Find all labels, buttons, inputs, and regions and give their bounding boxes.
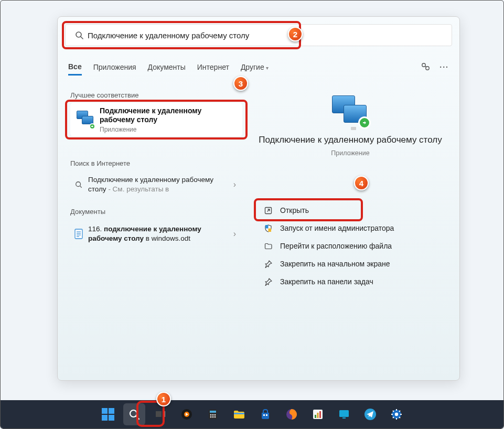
svg-rect-13 bbox=[265, 225, 269, 229]
svg-point-3 bbox=[426, 66, 429, 69]
preview-title: Подключение к удаленному рабочему столу bbox=[252, 134, 449, 146]
step-badge-3: 3 bbox=[233, 76, 248, 91]
best-match-result[interactable]: Подключение к удаленному рабочему столу … bbox=[70, 103, 242, 136]
svg-rect-36 bbox=[319, 411, 321, 418]
taskbar-telegram[interactable] bbox=[359, 403, 381, 425]
svg-point-28 bbox=[214, 416, 216, 418]
svg-rect-31 bbox=[266, 414, 267, 416]
svg-point-27 bbox=[212, 416, 213, 418]
search-input[interactable] bbox=[88, 31, 442, 40]
result-subtitle: Приложение bbox=[100, 126, 236, 133]
recent-searches-icon[interactable] bbox=[421, 62, 430, 73]
filter-tabs: Все Приложения Документы Интернет Другие… bbox=[68, 57, 449, 78]
taskbar-store[interactable] bbox=[254, 403, 276, 425]
monitor-icon bbox=[338, 409, 350, 420]
tab-web[interactable]: Интернет bbox=[197, 60, 229, 74]
taskbar-media-player[interactable] bbox=[176, 403, 198, 425]
taskbar bbox=[1, 400, 503, 428]
svg-point-26 bbox=[210, 416, 211, 418]
web-result[interactable]: Подключение к удаленному рабочему столу … bbox=[70, 172, 238, 197]
windows-logo-icon bbox=[102, 408, 114, 421]
action-open-location[interactable]: Перейти к расположению файла bbox=[259, 237, 437, 255]
preview-subtitle: Приложение bbox=[252, 149, 449, 157]
open-icon bbox=[263, 207, 273, 214]
action-pin-start[interactable]: Закрепить на начальном экране bbox=[259, 255, 437, 273]
svg-point-2 bbox=[422, 63, 425, 66]
taskbar-search-button[interactable] bbox=[123, 403, 145, 425]
tab-apps[interactable]: Приложения bbox=[93, 60, 136, 74]
pin-icon bbox=[263, 260, 273, 268]
svg-rect-37 bbox=[339, 410, 349, 417]
firefox-icon bbox=[285, 408, 298, 421]
chevron-down-icon: ▾ bbox=[266, 65, 269, 71]
label-best-match: Лучшее соответствие bbox=[70, 91, 138, 99]
document-icon bbox=[72, 229, 85, 239]
result-title: Подключение к удаленному рабочему столу bbox=[100, 106, 236, 125]
action-pin-taskbar[interactable]: Закрепить на панели задач bbox=[259, 273, 437, 291]
search-panel: Все Приложения Документы Интернет Другие… bbox=[57, 16, 460, 381]
web-result-text: Подключение к удаленному рабочему столу … bbox=[88, 175, 233, 194]
taskbar-display-app[interactable] bbox=[333, 403, 355, 425]
svg-line-47 bbox=[399, 417, 400, 418]
remote-desktop-icon-large bbox=[332, 95, 369, 127]
svg-point-24 bbox=[212, 414, 213, 416]
svg-rect-17 bbox=[156, 411, 162, 417]
svg-rect-38 bbox=[342, 417, 346, 419]
taskview-icon bbox=[155, 409, 166, 420]
svg-line-46 bbox=[393, 411, 394, 412]
tab-all[interactable]: Все bbox=[68, 59, 82, 76]
svg-point-25 bbox=[214, 414, 216, 416]
chevron-right-icon: › bbox=[233, 229, 236, 239]
svg-rect-35 bbox=[317, 413, 318, 418]
shield-icon bbox=[263, 224, 273, 232]
action-open-label: Открыть bbox=[280, 206, 309, 214]
taskbar-firefox[interactable] bbox=[281, 403, 303, 425]
media-icon bbox=[180, 408, 193, 421]
chart-icon bbox=[312, 409, 324, 420]
svg-line-6 bbox=[80, 186, 82, 187]
svg-line-1 bbox=[81, 37, 83, 39]
step-badge-2: 2 bbox=[288, 27, 303, 41]
tab-docs[interactable]: Документы bbox=[148, 60, 186, 74]
step-badge-1: 1 bbox=[156, 392, 171, 406]
svg-line-48 bbox=[393, 417, 394, 418]
more-options-icon[interactable]: ··· bbox=[439, 63, 449, 71]
svg-rect-18 bbox=[163, 411, 165, 417]
svg-rect-34 bbox=[315, 415, 316, 418]
action-location-label: Перейти к расположению файла bbox=[280, 242, 392, 250]
action-pintask-label: Закрепить на панели задач bbox=[280, 277, 373, 286]
search-icon bbox=[75, 31, 83, 39]
svg-line-16 bbox=[136, 416, 139, 420]
label-web-search: Поиск в Интернете bbox=[70, 159, 130, 167]
svg-rect-22 bbox=[210, 411, 216, 413]
svg-rect-29 bbox=[234, 413, 244, 414]
document-result[interactable]: 116. подключение к удаленному рабочему с… bbox=[70, 221, 238, 246]
folder-icon bbox=[263, 242, 273, 250]
label-documents: Документы bbox=[70, 208, 105, 216]
taskbar-calculator[interactable] bbox=[202, 403, 224, 425]
svg-point-5 bbox=[76, 181, 81, 186]
telegram-icon bbox=[364, 408, 377, 421]
svg-point-23 bbox=[210, 414, 211, 416]
start-button[interactable] bbox=[97, 403, 119, 425]
search-box[interactable] bbox=[65, 24, 452, 46]
svg-point-41 bbox=[394, 413, 398, 416]
svg-line-49 bbox=[399, 411, 400, 412]
svg-rect-14 bbox=[268, 228, 271, 232]
folder-icon bbox=[233, 409, 245, 420]
taskbar-explorer[interactable] bbox=[228, 403, 250, 425]
action-pinstart-label: Закрепить на начальном экране bbox=[280, 260, 390, 268]
taskbar-settings[interactable] bbox=[385, 403, 408, 425]
action-list: Открыть Запуск от имени администратора П… bbox=[259, 201, 437, 291]
taskbar-chart-app[interactable] bbox=[307, 403, 329, 425]
action-run-as-admin[interactable]: Запуск от имени администратора bbox=[259, 219, 437, 237]
action-open[interactable]: Открыть bbox=[259, 201, 437, 219]
svg-rect-30 bbox=[263, 414, 265, 416]
tab-more[interactable]: Другие▾ bbox=[241, 60, 269, 74]
taskbar-taskview[interactable] bbox=[149, 403, 171, 425]
document-result-text: 116. подключение к удаленному рабочему с… bbox=[88, 224, 233, 243]
step-badge-4: 4 bbox=[354, 176, 369, 190]
calculator-icon bbox=[207, 409, 219, 420]
preview-pane: Подключение к удаленному рабочему столу … bbox=[252, 95, 449, 157]
svg-line-4 bbox=[425, 66, 426, 67]
